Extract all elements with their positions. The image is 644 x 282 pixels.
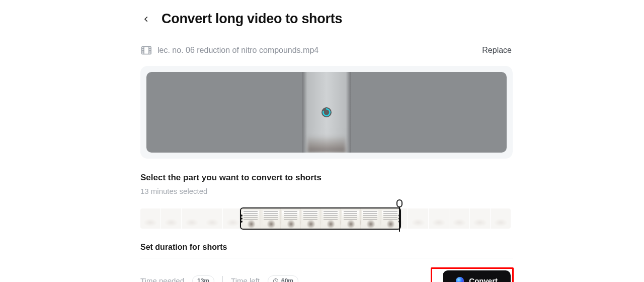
back-button[interactable] <box>140 13 152 25</box>
selection-duration-label: 13 minutes selected <box>140 187 513 195</box>
video-preview-container <box>140 66 513 159</box>
divider-vertical <box>222 276 223 283</box>
loading-spinner-icon <box>319 105 334 120</box>
chevron-left-icon <box>143 16 150 23</box>
time-needed-value: 13m <box>192 275 214 283</box>
sparkle-orb-icon <box>456 277 464 283</box>
timeline[interactable] <box>140 202 511 233</box>
file-bar: lec. no. 06 reduction of nitro compounds… <box>140 46 513 55</box>
footer-bar: Time needed 13m Time left 60m Convert <box>140 268 513 282</box>
convert-button-label: Convert <box>469 276 498 282</box>
playhead-handle[interactable] <box>396 199 403 207</box>
timeline-dim-left <box>140 208 241 229</box>
time-left-value: 60m <box>281 277 293 283</box>
replace-button[interactable]: Replace <box>482 46 512 55</box>
timeline-selection-box[interactable] <box>240 207 401 230</box>
time-needed-label: Time needed <box>140 276 184 282</box>
page-title: Convert long video to shorts <box>162 11 342 27</box>
video-preview[interactable] <box>146 72 507 153</box>
file-name: lec. no. 06 reduction of nitro compounds… <box>157 46 318 55</box>
page-header: Convert long video to shorts <box>140 11 513 27</box>
timeline-dim-right <box>400 208 511 229</box>
time-left-pill: 60m <box>268 275 298 283</box>
selection-handle-left[interactable] <box>240 215 243 223</box>
film-icon <box>141 46 151 55</box>
convert-button[interactable]: Convert <box>443 270 511 282</box>
select-part-heading: Select the part you want to convert to s… <box>140 173 513 183</box>
divider <box>140 258 513 258</box>
clock-icon <box>273 278 279 283</box>
time-left-label: Time left <box>231 276 260 282</box>
set-duration-heading: Set duration for shorts <box>140 243 513 252</box>
